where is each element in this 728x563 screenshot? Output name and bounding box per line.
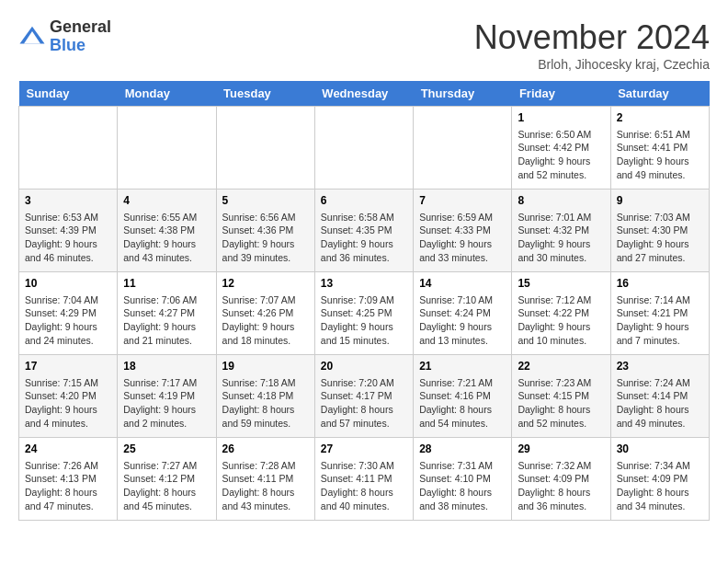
calendar-cell: 24Sunrise: 7:26 AM Sunset: 4:13 PM Dayli…	[19, 438, 118, 521]
calendar-cell: 26Sunrise: 7:28 AM Sunset: 4:11 PM Dayli…	[216, 438, 314, 521]
day-info: Sunrise: 7:12 AM Sunset: 4:22 PM Dayligh…	[518, 293, 604, 348]
day-header-friday: Friday	[512, 81, 610, 107]
day-number: 4	[123, 193, 210, 209]
calendar-week-row: 24Sunrise: 7:26 AM Sunset: 4:13 PM Dayli…	[19, 438, 710, 521]
logo-icon	[18, 23, 46, 51]
header: General Blue November 2024 Brloh, Jihoce…	[18, 18, 710, 72]
calendar-cell: 21Sunrise: 7:21 AM Sunset: 4:16 PM Dayli…	[414, 355, 512, 438]
day-header-thursday: Thursday	[414, 81, 512, 107]
day-number: 2	[617, 110, 703, 126]
day-info: Sunrise: 6:59 AM Sunset: 4:33 PM Dayligh…	[419, 211, 506, 265]
day-number: 16	[617, 276, 703, 292]
calendar-header-row: SundayMondayTuesdayWednesdayThursdayFrid…	[19, 81, 710, 107]
day-info: Sunrise: 6:53 AM Sunset: 4:39 PM Dayligh…	[25, 211, 111, 265]
day-number: 12	[222, 276, 309, 292]
day-number: 23	[617, 359, 703, 374]
calendar-cell: 2Sunrise: 6:51 AM Sunset: 4:41 PM Daylig…	[610, 107, 709, 190]
calendar-week-row: 1Sunrise: 6:50 AM Sunset: 4:42 PM Daylig…	[19, 107, 710, 190]
title-area: November 2024 Brloh, Jihocesky kraj, Cze…	[474, 18, 710, 72]
day-info: Sunrise: 7:32 AM Sunset: 4:09 PM Dayligh…	[518, 459, 604, 513]
day-info: Sunrise: 7:06 AM Sunset: 4:27 PM Dayligh…	[123, 293, 210, 348]
day-info: Sunrise: 7:09 AM Sunset: 4:25 PM Dayligh…	[321, 293, 407, 348]
day-info: Sunrise: 7:24 AM Sunset: 4:14 PM Dayligh…	[617, 376, 703, 431]
calendar-cell	[314, 107, 413, 190]
calendar-week-row: 17Sunrise: 7:15 AM Sunset: 4:20 PM Dayli…	[19, 355, 710, 438]
day-header-monday: Monday	[118, 81, 216, 107]
day-number: 6	[321, 193, 407, 209]
calendar-cell: 15Sunrise: 7:12 AM Sunset: 4:22 PM Dayli…	[512, 272, 610, 355]
day-info: Sunrise: 7:14 AM Sunset: 4:21 PM Dayligh…	[617, 293, 703, 348]
calendar-cell: 22Sunrise: 7:23 AM Sunset: 4:15 PM Dayli…	[512, 355, 610, 438]
calendar-cell: 29Sunrise: 7:32 AM Sunset: 4:09 PM Dayli…	[512, 438, 610, 521]
calendar-table: SundayMondayTuesdayWednesdayThursdayFrid…	[18, 81, 710, 521]
calendar-cell	[118, 107, 216, 190]
day-info: Sunrise: 7:23 AM Sunset: 4:15 PM Dayligh…	[518, 376, 604, 431]
day-info: Sunrise: 6:51 AM Sunset: 4:41 PM Dayligh…	[617, 128, 703, 182]
day-number: 27	[321, 442, 407, 457]
day-info: Sunrise: 7:15 AM Sunset: 4:20 PM Dayligh…	[25, 376, 111, 431]
calendar-cell: 1Sunrise: 6:50 AM Sunset: 4:42 PM Daylig…	[512, 107, 610, 190]
calendar-cell: 19Sunrise: 7:18 AM Sunset: 4:18 PM Dayli…	[216, 355, 314, 438]
day-info: Sunrise: 6:56 AM Sunset: 4:36 PM Dayligh…	[222, 211, 309, 265]
day-number: 17	[25, 359, 111, 374]
day-number: 1	[518, 110, 604, 126]
calendar-cell: 30Sunrise: 7:34 AM Sunset: 4:09 PM Dayli…	[610, 438, 709, 521]
calendar-cell: 10Sunrise: 7:04 AM Sunset: 4:29 PM Dayli…	[19, 272, 118, 355]
day-info: Sunrise: 7:07 AM Sunset: 4:26 PM Dayligh…	[222, 293, 309, 348]
day-number: 20	[321, 359, 407, 374]
day-number: 29	[518, 442, 604, 457]
day-number: 14	[419, 276, 506, 292]
day-number: 9	[617, 193, 703, 209]
day-info: Sunrise: 7:21 AM Sunset: 4:16 PM Dayligh…	[419, 376, 506, 431]
day-header-wednesday: Wednesday	[314, 81, 413, 107]
calendar-cell: 14Sunrise: 7:10 AM Sunset: 4:24 PM Dayli…	[414, 272, 512, 355]
day-number: 22	[518, 359, 604, 374]
day-info: Sunrise: 7:17 AM Sunset: 4:19 PM Dayligh…	[123, 376, 210, 431]
day-number: 28	[419, 442, 506, 457]
day-info: Sunrise: 7:26 AM Sunset: 4:13 PM Dayligh…	[25, 459, 111, 513]
day-header-saturday: Saturday	[610, 81, 709, 107]
calendar-cell: 17Sunrise: 7:15 AM Sunset: 4:20 PM Dayli…	[19, 355, 118, 438]
calendar-cell: 18Sunrise: 7:17 AM Sunset: 4:19 PM Dayli…	[118, 355, 216, 438]
day-info: Sunrise: 7:27 AM Sunset: 4:12 PM Dayligh…	[123, 459, 210, 513]
day-number: 26	[222, 442, 309, 457]
calendar-cell: 27Sunrise: 7:30 AM Sunset: 4:11 PM Dayli…	[314, 438, 413, 521]
day-number: 24	[25, 442, 111, 457]
calendar-cell	[19, 107, 118, 190]
calendar-cell: 6Sunrise: 6:58 AM Sunset: 4:35 PM Daylig…	[314, 190, 413, 272]
day-number: 7	[419, 193, 506, 209]
day-header-sunday: Sunday	[19, 81, 118, 107]
day-info: Sunrise: 7:28 AM Sunset: 4:11 PM Dayligh…	[222, 459, 309, 513]
calendar-cell: 11Sunrise: 7:06 AM Sunset: 4:27 PM Dayli…	[118, 272, 216, 355]
calendar-cell	[414, 107, 512, 190]
calendar-cell: 3Sunrise: 6:53 AM Sunset: 4:39 PM Daylig…	[19, 190, 118, 272]
day-info: Sunrise: 7:20 AM Sunset: 4:17 PM Dayligh…	[321, 376, 407, 431]
day-info: Sunrise: 6:58 AM Sunset: 4:35 PM Dayligh…	[321, 211, 407, 265]
calendar-cell: 12Sunrise: 7:07 AM Sunset: 4:26 PM Dayli…	[216, 272, 314, 355]
day-info: Sunrise: 7:31 AM Sunset: 4:10 PM Dayligh…	[419, 459, 506, 513]
calendar-cell	[216, 107, 314, 190]
calendar-cell: 13Sunrise: 7:09 AM Sunset: 4:25 PM Dayli…	[314, 272, 413, 355]
day-info: Sunrise: 7:18 AM Sunset: 4:18 PM Dayligh…	[222, 376, 309, 431]
month-title: November 2024	[474, 18, 710, 57]
day-info: Sunrise: 7:03 AM Sunset: 4:30 PM Dayligh…	[617, 211, 703, 265]
calendar-cell: 5Sunrise: 6:56 AM Sunset: 4:36 PM Daylig…	[216, 190, 314, 272]
day-info: Sunrise: 7:01 AM Sunset: 4:32 PM Dayligh…	[518, 211, 604, 265]
calendar-cell: 8Sunrise: 7:01 AM Sunset: 4:32 PM Daylig…	[512, 190, 610, 272]
day-number: 21	[419, 359, 506, 374]
day-number: 15	[518, 276, 604, 292]
calendar-cell: 23Sunrise: 7:24 AM Sunset: 4:14 PM Dayli…	[610, 355, 709, 438]
logo: General Blue	[18, 18, 111, 55]
calendar-cell: 4Sunrise: 6:55 AM Sunset: 4:38 PM Daylig…	[118, 190, 216, 272]
subtitle: Brloh, Jihocesky kraj, Czechia	[474, 57, 710, 72]
day-number: 10	[25, 276, 111, 292]
calendar-cell: 16Sunrise: 7:14 AM Sunset: 4:21 PM Dayli…	[610, 272, 709, 355]
day-info: Sunrise: 7:04 AM Sunset: 4:29 PM Dayligh…	[25, 293, 111, 348]
calendar-cell: 28Sunrise: 7:31 AM Sunset: 4:10 PM Dayli…	[414, 438, 512, 521]
calendar-cell: 9Sunrise: 7:03 AM Sunset: 4:30 PM Daylig…	[610, 190, 709, 272]
day-number: 30	[617, 442, 703, 457]
day-info: Sunrise: 7:34 AM Sunset: 4:09 PM Dayligh…	[617, 459, 703, 513]
logo-general: General	[50, 18, 111, 37]
day-number: 13	[321, 276, 407, 292]
day-number: 19	[222, 359, 309, 374]
